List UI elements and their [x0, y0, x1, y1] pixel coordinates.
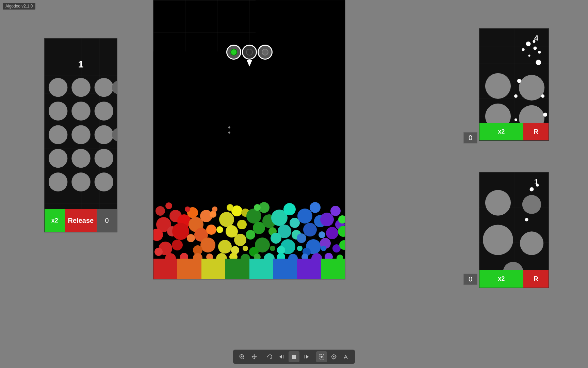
svg-point-74 — [320, 213, 334, 226]
svg-point-118 — [514, 94, 518, 98]
svg-point-10 — [49, 149, 67, 168]
toolbar — [233, 350, 355, 364]
svg-point-109 — [526, 42, 531, 46]
right-bottom-score: 0 — [463, 274, 477, 285]
svg-point-1 — [49, 78, 67, 97]
svg-point-66 — [297, 209, 312, 224]
svg-point-49 — [246, 209, 261, 224]
svg-point-75 — [330, 206, 341, 216]
svg-point-105 — [485, 73, 511, 99]
svg-point-123 — [522, 195, 541, 214]
balls-area — [153, 163, 345, 259]
svg-point-122 — [485, 190, 511, 215]
svg-point-35 — [200, 237, 215, 252]
svg-point-99 — [288, 254, 298, 259]
shooter-middle — [242, 45, 257, 60]
svg-point-38 — [210, 211, 216, 218]
svg-point-102 — [325, 253, 333, 259]
zoom-button[interactable] — [236, 351, 247, 362]
svg-point-28 — [172, 240, 183, 250]
svg-point-57 — [254, 204, 261, 211]
svg-point-83 — [185, 206, 190, 212]
shooter-inner-dark — [246, 49, 253, 56]
svg-point-37 — [187, 234, 195, 242]
release-button[interactable]: Release — [65, 209, 97, 232]
svg-point-6 — [95, 102, 113, 120]
x2-button-right-top[interactable]: x2 — [479, 123, 523, 140]
color-cyan — [249, 259, 273, 279]
svg-rect-137 — [294, 355, 296, 359]
left-score: 0 — [97, 209, 117, 232]
svg-point-25 — [172, 223, 189, 240]
trajectory-dot-2 — [228, 132, 230, 134]
svg-point-84 — [212, 206, 217, 212]
svg-point-17 — [112, 128, 117, 142]
svg-point-112 — [538, 51, 541, 53]
svg-point-125 — [520, 231, 543, 255]
svg-point-48 — [227, 204, 233, 211]
x2-button-left[interactable]: x2 — [45, 209, 65, 232]
svg-rect-18 — [153, 0, 256, 51]
svg-point-111 — [522, 48, 525, 51]
svg-rect-136 — [292, 355, 294, 359]
svg-point-95 — [241, 254, 250, 259]
svg-marker-134 — [279, 355, 282, 358]
svg-point-3 — [95, 78, 113, 97]
svg-point-11 — [71, 149, 90, 168]
right-bottom-panel-bottom: x2 R — [479, 270, 549, 288]
tool3-button[interactable] — [341, 351, 352, 362]
right-top-panel-bottom: x2 R — [479, 123, 549, 140]
undo-button[interactable] — [264, 351, 275, 362]
svg-point-14 — [71, 172, 90, 191]
toolbar-separator-1 — [262, 353, 262, 361]
color-purple — [297, 259, 321, 279]
main-area — [153, 0, 345, 279]
svg-point-43 — [218, 240, 232, 254]
svg-point-15 — [95, 172, 113, 191]
svg-point-86 — [270, 246, 275, 251]
shooter-left — [226, 45, 241, 60]
svg-marker-138 — [306, 355, 309, 358]
left-panel: 1 x2 Release 0 — [44, 38, 117, 232]
x2-button-right-bottom[interactable]: x2 — [479, 270, 523, 288]
shooter — [226, 45, 273, 60]
svg-point-7 — [49, 125, 67, 144]
r-button-right-bottom[interactable]: R — [523, 270, 549, 288]
svg-point-114 — [533, 40, 535, 43]
tool2-button[interactable] — [328, 351, 339, 362]
svg-point-98 — [277, 253, 285, 259]
back-button[interactable] — [276, 351, 287, 362]
toolbar-separator-2 — [314, 353, 314, 361]
right-bottom-panel: 1 x2 R — [479, 172, 549, 288]
svg-point-128 — [536, 184, 539, 187]
svg-point-73 — [318, 231, 325, 238]
svg-point-129 — [525, 218, 528, 221]
svg-point-124 — [483, 225, 513, 255]
svg-point-45 — [216, 226, 223, 233]
svg-line-131 — [243, 358, 245, 359]
svg-point-8 — [71, 125, 90, 144]
svg-point-59 — [283, 203, 296, 215]
pause-button[interactable] — [289, 351, 299, 362]
svg-point-127 — [530, 187, 534, 191]
svg-point-68 — [303, 223, 317, 236]
shooter-arrow — [247, 60, 252, 66]
app-title: Algodoo v2.1.0 — [3, 3, 35, 10]
svg-point-5 — [71, 102, 90, 120]
color-green-bright — [321, 259, 345, 279]
svg-point-44 — [231, 246, 239, 254]
shooter-right — [258, 45, 273, 60]
svg-point-87 — [297, 246, 303, 251]
svg-point-113 — [528, 55, 530, 57]
r-button-right-top[interactable]: R — [523, 123, 549, 140]
svg-point-24 — [165, 202, 172, 209]
forward-button[interactable] — [301, 351, 312, 362]
svg-point-91 — [193, 253, 202, 259]
trajectory-dot-1 — [228, 126, 230, 128]
svg-point-62 — [271, 233, 281, 244]
svg-point-115 — [536, 60, 541, 65]
pan-button[interactable] — [249, 351, 260, 362]
svg-point-39 — [219, 212, 234, 227]
svg-point-88 — [321, 246, 326, 251]
select-tool-button[interactable] — [316, 351, 327, 362]
